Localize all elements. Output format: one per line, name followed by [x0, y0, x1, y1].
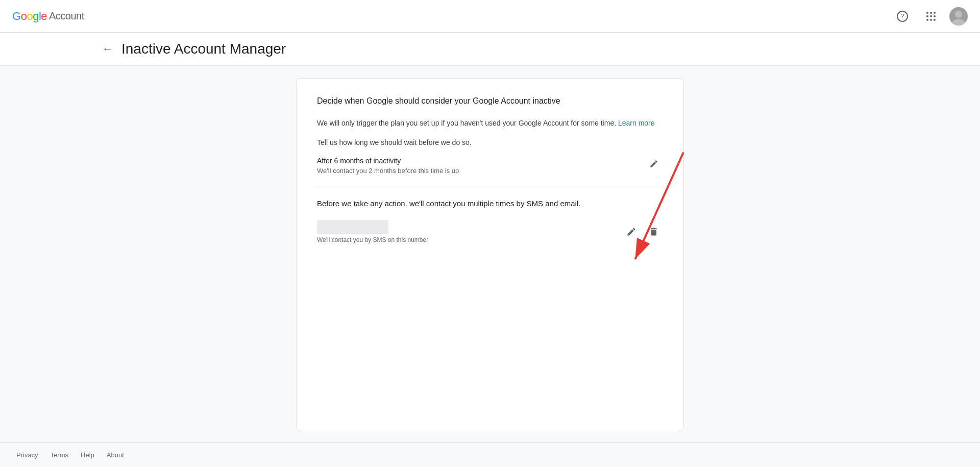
- edit-pencil-icon: [626, 227, 636, 237]
- contact-info: We'll contact you by SMS on this number: [317, 220, 616, 243]
- apps-button[interactable]: [921, 6, 941, 27]
- section1-title: Decide when Google should consider your …: [317, 95, 663, 107]
- edit-contact-button[interactable]: [622, 223, 641, 241]
- main-content: Decide when Google should consider your …: [0, 66, 980, 443]
- footer-about-link[interactable]: About: [107, 451, 124, 459]
- inactivity-info: After 6 months of inactivity We'll conta…: [317, 157, 645, 175]
- logo-g-blue: G: [12, 10, 21, 23]
- learn-more-link[interactable]: Learn more: [618, 119, 655, 127]
- account-text: Account: [49, 10, 84, 22]
- footer-help-link[interactable]: Help: [81, 451, 94, 459]
- inactivity-desc: We'll contact you 2 months before this t…: [317, 167, 645, 175]
- logo-g-green: g: [33, 10, 39, 23]
- page-title: Inactive Account Manager: [121, 41, 286, 57]
- help-icon: ?: [897, 11, 908, 22]
- section1-body1: We will only trigger the plan you set up…: [317, 117, 663, 129]
- contact-value-blurred: [317, 220, 388, 234]
- page-title-area: ← Inactive Account Manager: [0, 33, 980, 66]
- logo-e-red: e: [41, 10, 47, 23]
- footer-privacy-link[interactable]: Privacy: [16, 451, 38, 459]
- trash-icon: [649, 227, 659, 237]
- back-button[interactable]: ←: [102, 43, 113, 55]
- annotation-arrow: [297, 79, 683, 430]
- footer-terms-link[interactable]: Terms: [51, 451, 68, 459]
- logo-o-red: o: [21, 10, 27, 23]
- pencil-icon: [649, 159, 658, 168]
- help-button[interactable]: ?: [892, 6, 913, 27]
- content-card: Decide when Google should consider your …: [296, 78, 684, 430]
- header-right: ?: [892, 6, 968, 27]
- contact-row: We'll contact you by SMS on this number: [317, 220, 663, 243]
- contact-actions: [622, 223, 663, 241]
- divider: [317, 187, 663, 187]
- svg-point-1: [955, 11, 962, 18]
- title-container: Inactive Account Manager: [121, 41, 286, 57]
- header-left: Google Account: [12, 10, 84, 23]
- inactivity-title: After 6 months of inactivity: [317, 157, 645, 165]
- logo-o-yellow: o: [27, 10, 33, 23]
- inactivity-row: After 6 months of inactivity We'll conta…: [317, 157, 663, 175]
- section1-body2: Tell us how long we should wait before w…: [317, 137, 663, 148]
- footer: Privacy Terms Help About: [0, 443, 980, 467]
- grid-icon: [926, 12, 936, 21]
- user-avatar[interactable]: [949, 7, 968, 26]
- contact-label: We'll contact you by SMS on this number: [317, 236, 616, 243]
- google-logo: Google Account: [12, 10, 84, 23]
- header: Google Account ?: [0, 0, 980, 33]
- section2-title: Before we take any action, we'll contact…: [317, 198, 663, 210]
- delete-contact-button[interactable]: [645, 223, 663, 241]
- edit-inactivity-button[interactable]: [645, 155, 663, 173]
